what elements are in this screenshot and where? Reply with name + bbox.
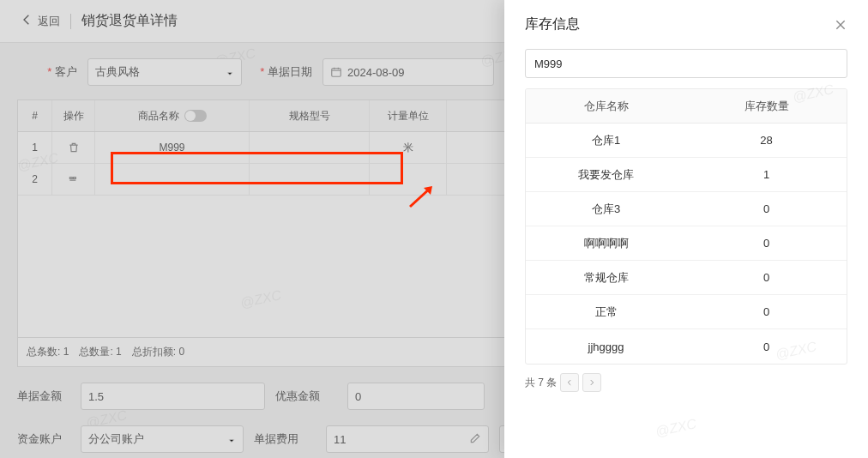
stock-row-name: 啊啊啊啊 bbox=[526, 236, 686, 251]
stock-table-header: 仓库名称 库存数量 bbox=[526, 89, 847, 124]
close-button[interactable] bbox=[834, 18, 847, 32]
stock-row-qty: 0 bbox=[686, 305, 847, 318]
stock-row[interactable]: 常规仓库 0 bbox=[526, 261, 847, 295]
stock-row-qty: 0 bbox=[686, 340, 847, 353]
stock-row-name: jjhgggg bbox=[526, 340, 686, 353]
panel-header: 库存信息 bbox=[504, 0, 868, 42]
stock-row-name: 常规仓库 bbox=[526, 270, 686, 286]
stock-row[interactable]: jjhgggg 0 bbox=[526, 329, 847, 364]
stock-row-qty: 1 bbox=[686, 168, 847, 181]
pager-count: 共 7 条 bbox=[525, 376, 557, 390]
search-input[interactable] bbox=[525, 49, 847, 78]
stock-row-name: 正常 bbox=[526, 304, 686, 320]
panel-pager: 共 7 条 bbox=[504, 365, 868, 401]
stock-row-qty: 0 bbox=[686, 237, 847, 250]
stock-row-name: 仓库1 bbox=[526, 133, 686, 148]
stock-row[interactable]: 啊啊啊啊 0 bbox=[526, 226, 847, 261]
col-warehouse-name: 仓库名称 bbox=[526, 99, 686, 114]
stock-info-panel: 库存信息 仓库名称 库存数量 仓库1 28 我要发仓库 1 仓库3 0 bbox=[504, 0, 868, 458]
panel-title: 库存信息 bbox=[525, 15, 580, 33]
stock-row[interactable]: 仓库1 28 bbox=[526, 124, 847, 158]
pager-prev-button[interactable] bbox=[560, 373, 579, 392]
stock-row-qty: 28 bbox=[686, 134, 847, 147]
page-root: @ZXC @ZXC @ZXC @ZXC @ZXC 返回 销货退货单详情 客户 古… bbox=[0, 0, 868, 458]
pager-next-button[interactable] bbox=[582, 373, 601, 392]
stock-row[interactable]: 我要发仓库 1 bbox=[526, 158, 847, 192]
col-stock-qty: 库存数量 bbox=[686, 99, 847, 114]
stock-table: 仓库名称 库存数量 仓库1 28 我要发仓库 1 仓库3 0 啊啊啊啊 0 常规… bbox=[525, 88, 847, 365]
stock-row-qty: 0 bbox=[686, 202, 847, 215]
stock-row-name: 仓库3 bbox=[526, 202, 686, 217]
stock-row-qty: 0 bbox=[686, 271, 847, 284]
panel-search bbox=[525, 49, 847, 78]
watermark: @ZXC bbox=[654, 416, 697, 440]
stock-row[interactable]: 正常 0 bbox=[526, 295, 847, 329]
stock-row-name: 我要发仓库 bbox=[526, 167, 686, 183]
stock-row[interactable]: 仓库3 0 bbox=[526, 192, 847, 226]
